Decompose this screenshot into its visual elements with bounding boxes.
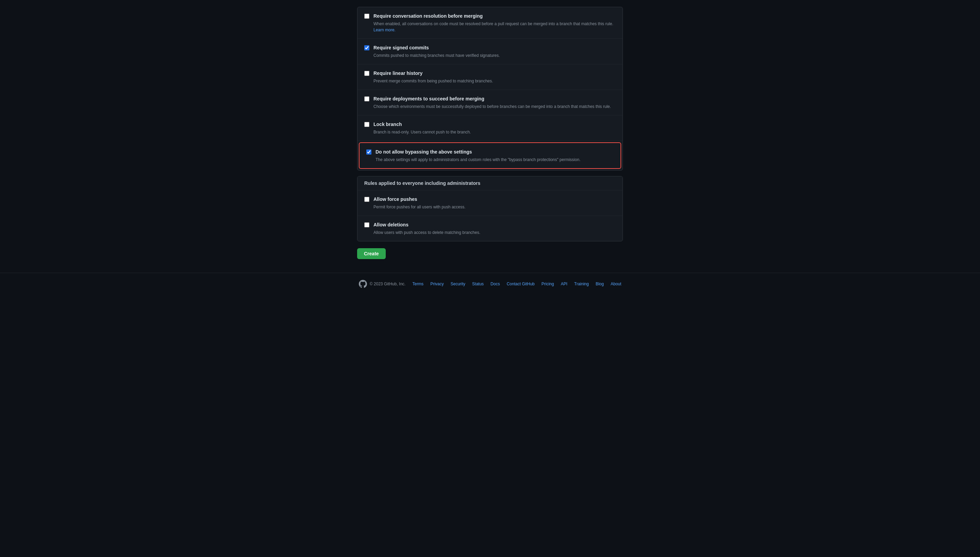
settings-row-lock-branch: Lock branchBranch is read-only. Users ca…: [358, 116, 622, 141]
footer: © 2023 GitHub, Inc. TermsPrivacySecurity…: [0, 273, 980, 295]
checkbox-require-deployments[interactable]: [364, 96, 369, 101]
checkbox-require-conversation-resolution[interactable]: [364, 14, 369, 19]
footer-link-terms[interactable]: Terms: [412, 282, 423, 286]
settings-text-require-conversation-resolution: Require conversation resolution before m…: [374, 13, 616, 33]
learn-more-link-require-conversation-resolution[interactable]: Learn more.: [374, 28, 395, 33]
settings-text-require-signed-commits: Require signed commitsCommits pushed to …: [374, 44, 616, 59]
settings-text-require-linear-history: Require linear historyPrevent merge comm…: [374, 70, 616, 84]
settings-text-allow-force-pushes: Allow force pushesPermit force pushes fo…: [374, 196, 616, 210]
rules-everyone-header: Rules applied to everyone including admi…: [358, 176, 622, 190]
rules-everyone-section: Rules applied to everyone including admi…: [357, 176, 623, 241]
settings-desc-allow-deletions: Allow users with push access to delete m…: [374, 230, 616, 236]
checkbox-allow-deletions[interactable]: [364, 222, 369, 228]
settings-row-require-conversation-resolution: Require conversation resolution before m…: [358, 7, 622, 39]
footer-link-api[interactable]: API: [561, 282, 567, 286]
footer-link-security[interactable]: Security: [451, 282, 465, 286]
checkbox-do-not-allow-bypassing[interactable]: [366, 150, 371, 155]
settings-container: Require conversation resolution before m…: [357, 7, 623, 171]
settings-row-allow-deletions: Allow deletionsAllow users with push acc…: [358, 216, 622, 241]
footer-link-pricing[interactable]: Pricing: [541, 282, 554, 286]
settings-row-allow-force-pushes: Allow force pushesPermit force pushes fo…: [358, 190, 622, 216]
checkbox-lock-branch[interactable]: [364, 122, 369, 127]
footer-logo: © 2023 GitHub, Inc.: [359, 280, 406, 288]
settings-label-require-conversation-resolution: Require conversation resolution before m…: [374, 13, 616, 20]
settings-desc-do-not-allow-bypassing: The above settings will apply to adminis…: [376, 156, 614, 163]
settings-label-do-not-allow-bypassing: Do not allow bypassing the above setting…: [376, 148, 614, 156]
settings-label-require-signed-commits: Require signed commits: [374, 44, 616, 51]
create-button[interactable]: Create: [357, 248, 386, 259]
footer-link-contact-github[interactable]: Contact GitHub: [507, 282, 535, 286]
settings-desc-allow-force-pushes: Permit force pushes for all users with p…: [374, 204, 616, 210]
footer-link-about[interactable]: About: [611, 282, 621, 286]
settings-label-allow-force-pushes: Allow force pushes: [374, 196, 616, 203]
settings-desc-lock-branch: Branch is read-only. Users cannot push t…: [374, 129, 616, 135]
footer-link-training[interactable]: Training: [574, 282, 589, 286]
settings-text-allow-deletions: Allow deletionsAllow users with push acc…: [374, 221, 616, 236]
footer-link-docs[interactable]: Docs: [491, 282, 500, 286]
github-logo-icon: [359, 280, 367, 288]
checkbox-allow-force-pushes[interactable]: [364, 197, 369, 202]
settings-text-lock-branch: Lock branchBranch is read-only. Users ca…: [374, 121, 616, 135]
footer-link-status[interactable]: Status: [472, 282, 484, 286]
settings-text-require-deployments: Require deployments to succeed before me…: [374, 95, 616, 110]
checkbox-require-linear-history[interactable]: [364, 71, 369, 76]
settings-row-require-linear-history: Require linear historyPrevent merge comm…: [358, 64, 622, 90]
footer-copyright: © 2023 GitHub, Inc.: [370, 282, 406, 286]
settings-label-require-deployments: Require deployments to succeed before me…: [374, 95, 616, 103]
checkbox-require-signed-commits[interactable]: [364, 45, 369, 50]
settings-label-allow-deletions: Allow deletions: [374, 221, 616, 228]
settings-label-lock-branch: Lock branch: [374, 121, 616, 128]
settings-desc-require-signed-commits: Commits pushed to matching branches must…: [374, 52, 616, 59]
settings-text-do-not-allow-bypassing: Do not allow bypassing the above setting…: [376, 148, 614, 163]
settings-desc-require-deployments: Choose which environments must be succes…: [374, 104, 616, 110]
settings-row-do-not-allow-bypassing: Do not allow bypassing the above setting…: [359, 142, 621, 169]
settings-desc-require-linear-history: Prevent merge commits from being pushed …: [374, 78, 616, 84]
settings-row-require-signed-commits: Require signed commitsCommits pushed to …: [358, 39, 622, 64]
page-wrapper: Require conversation resolution before m…: [0, 0, 980, 308]
footer-links: TermsPrivacySecurityStatusDocsContact Gi…: [412, 282, 621, 286]
settings-row-require-deployments: Require deployments to succeed before me…: [358, 90, 622, 116]
settings-desc-require-conversation-resolution: When enabled, all conversations on code …: [374, 21, 616, 33]
settings-label-require-linear-history: Require linear history: [374, 70, 616, 77]
footer-link-privacy[interactable]: Privacy: [430, 282, 444, 286]
main-content: Require conversation resolution before m…: [357, 0, 623, 259]
footer-link-blog[interactable]: Blog: [596, 282, 604, 286]
